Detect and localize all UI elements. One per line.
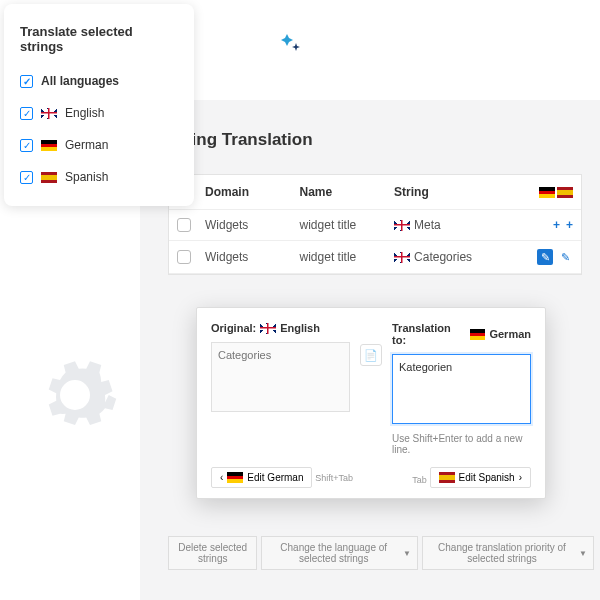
row-checkbox[interactable] (177, 218, 191, 232)
cell-domain: Widgets (205, 218, 300, 232)
prev-shortcut: Shift+Tab (315, 473, 353, 483)
bulk-actions-bar: Delete selected strings Change the langu… (168, 536, 594, 570)
all-languages-label: All languages (41, 74, 119, 88)
col-name: Name (300, 185, 395, 199)
add-translation-icon[interactable]: + (553, 218, 560, 232)
translation-lang: German (489, 328, 531, 340)
chevron-down-icon: ▼ (403, 549, 411, 558)
gear-icon (30, 350, 120, 440)
cell-name: widget title (300, 218, 395, 232)
cell-string: Categories (414, 250, 472, 264)
de-flag-icon (539, 187, 555, 198)
chevron-down-icon: ▼ (579, 549, 587, 558)
sparkle-icon (275, 30, 305, 60)
lang-row-german[interactable]: ✓ German (20, 138, 178, 152)
chevron-right-icon: › (519, 472, 522, 483)
uk-flag-icon (394, 252, 410, 263)
lang-row-english[interactable]: ✓ English (20, 106, 178, 120)
translation-editor-popover: Original: English 📄 Translation to: Germ… (196, 307, 546, 499)
table-row: Widgets widget title Meta + + (169, 210, 581, 241)
translate-languages-card: Translate selected strings ✓ All languag… (4, 4, 194, 206)
row-checkbox[interactable] (177, 250, 191, 264)
uk-flag-icon (41, 108, 57, 119)
editor-hint: Use Shift+Enter to add a new line. (392, 433, 531, 455)
translation-label: Translation to: (392, 322, 466, 346)
delete-selected-button[interactable]: Delete selected strings (168, 536, 257, 570)
prev-lang-label: Edit German (247, 472, 303, 483)
es-flag-icon (439, 472, 455, 483)
copy-original-button[interactable]: 📄 (360, 344, 382, 366)
uk-flag-icon (260, 323, 276, 334)
edit-translation-icon[interactable]: ✎ (557, 249, 573, 265)
next-shortcut: Tab (412, 475, 427, 485)
page-title: String Translation (168, 130, 582, 150)
checkbox-icon: ✓ (20, 107, 33, 120)
checkbox-icon: ✓ (20, 75, 33, 88)
cell-domain: Widgets (205, 250, 300, 264)
change-priority-dropdown[interactable]: Change translation priority of selected … (422, 536, 594, 570)
original-label: Original: (211, 322, 256, 334)
cell-string: Meta (414, 218, 441, 232)
next-lang-button[interactable]: Edit Spanish › (430, 467, 532, 488)
es-flag-icon (41, 172, 57, 183)
original-lang: English (280, 322, 320, 334)
lang-row-spanish[interactable]: ✓ Spanish (20, 170, 178, 184)
de-flag-icon (470, 329, 486, 340)
lang-label: English (65, 106, 104, 120)
strings-table: Domain Name String Widgets widget title … (168, 174, 582, 275)
prev-lang-button[interactable]: ‹ Edit German (211, 467, 312, 488)
all-languages-row[interactable]: ✓ All languages (20, 74, 178, 88)
lang-label: Spanish (65, 170, 108, 184)
col-string: String (394, 185, 517, 199)
table-header: Domain Name String (169, 175, 581, 210)
es-flag-icon (557, 187, 573, 198)
uk-flag-icon (394, 220, 410, 231)
de-flag-icon (227, 472, 243, 483)
chevron-left-icon: ‹ (220, 472, 223, 483)
checkbox-icon: ✓ (20, 171, 33, 184)
checkbox-icon: ✓ (20, 139, 33, 152)
col-domain: Domain (205, 185, 300, 199)
table-row: Widgets widget title Categories ✎ ✎ (169, 241, 581, 274)
lang-label: German (65, 138, 108, 152)
cell-name: widget title (300, 250, 395, 264)
translation-textarea[interactable] (392, 354, 531, 424)
sidebar-title: Translate selected strings (20, 24, 178, 54)
add-translation-icon[interactable]: + (566, 218, 573, 232)
next-lang-label: Edit Spanish (459, 472, 515, 483)
edit-translation-icon[interactable]: ✎ (537, 249, 553, 265)
change-language-dropdown[interactable]: Change the language of selected strings▼ (261, 536, 417, 570)
original-textarea (211, 342, 350, 412)
de-flag-icon (41, 140, 57, 151)
